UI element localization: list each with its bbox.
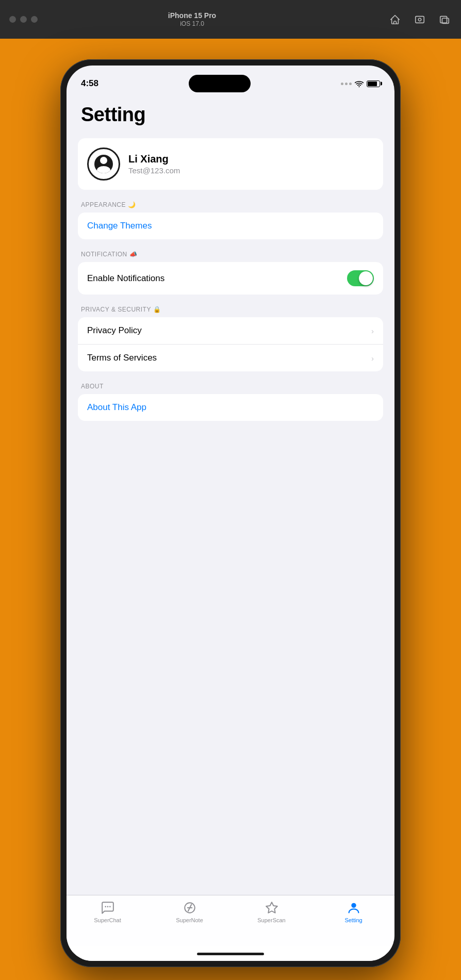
appearance-card[interactable]: Change Themes — [78, 213, 383, 239]
privacy-policy-chevron: › — [371, 326, 374, 335]
home-bar — [197, 953, 264, 955]
privacy-policy-label: Privacy Policy — [87, 325, 142, 336]
status-bar: 4:58 — [67, 66, 394, 94]
enable-notifications-row[interactable]: Enable Notifications — [78, 262, 383, 295]
terms-of-services-chevron: › — [371, 354, 374, 363]
toggle-knob — [359, 271, 373, 285]
mac-toolbar: iPhone 15 Pro iOS 17.0 — [0, 0, 461, 39]
mac-title: iPhone 15 Pro iOS 17.0 — [1, 11, 384, 28]
terms-of-services-row[interactable]: Terms of Services › — [78, 344, 383, 371]
svg-rect-2 — [440, 16, 447, 23]
change-themes-row[interactable]: Change Themes — [78, 213, 383, 239]
privacy-policy-row[interactable]: Privacy Policy › — [78, 317, 383, 344]
home-icon[interactable] — [388, 12, 402, 27]
terms-of-services-label: Terms of Services — [87, 353, 157, 363]
wifi-icon — [355, 80, 364, 87]
avatar-inner — [94, 155, 113, 173]
home-indicator — [67, 946, 394, 961]
svg-point-11 — [351, 903, 356, 908]
about-this-app-label: About This App — [87, 402, 146, 413]
phone-bezel: 4:58 — [60, 59, 401, 967]
tab-superchat[interactable]: SuperChat — [67, 901, 149, 923]
person-icon — [347, 901, 361, 915]
svg-rect-0 — [416, 16, 424, 23]
scan-icon — [265, 901, 279, 915]
svg-point-4 — [358, 86, 359, 87]
svg-point-5 — [105, 906, 106, 908]
about-card[interactable]: About This App — [78, 394, 383, 421]
about-section-label: ABOUT — [81, 383, 383, 390]
svg-point-1 — [418, 18, 421, 21]
user-name: Li Xiang — [128, 153, 180, 165]
notifications-toggle[interactable] — [347, 270, 374, 286]
privacy-card: Privacy Policy › Terms of Services › — [78, 317, 383, 371]
user-email: Test@123.com — [128, 166, 180, 175]
svg-point-6 — [107, 906, 108, 908]
supernote-label: SuperNote — [176, 917, 203, 923]
setting-tab-label: Setting — [344, 917, 362, 923]
settings-content[interactable]: Setting Li Xiang Test@123.com APPEARA — [67, 94, 394, 895]
tab-bar: SuperChat SuperNote — [67, 895, 394, 946]
orange-background: 4:58 — [0, 39, 461, 980]
privacy-section-label: PRIVACY & SECURITY 🔒 — [81, 306, 383, 313]
battery-icon — [367, 80, 380, 87]
svg-point-7 — [109, 906, 111, 908]
avatar — [87, 148, 120, 181]
mac-icons — [388, 12, 452, 27]
tab-superscan[interactable]: SuperScan — [230, 901, 312, 923]
user-card[interactable]: Li Xiang Test@123.com — [78, 138, 383, 190]
superscan-label: SuperScan — [257, 917, 285, 923]
superchat-label: SuperChat — [94, 917, 121, 923]
screenshot-icon[interactable] — [413, 12, 427, 27]
dynamic-island — [189, 75, 251, 92]
notification-card: Enable Notifications — [78, 262, 383, 295]
signal-dots — [341, 83, 352, 85]
enable-notifications-label: Enable Notifications — [87, 273, 164, 284]
chat-icon — [101, 901, 115, 915]
tab-supernote[interactable]: SuperNote — [149, 901, 230, 923]
status-icons — [341, 80, 380, 87]
notification-section-label: NOTIFICATION 📣 — [81, 251, 383, 258]
phone-screen: 4:58 — [67, 66, 394, 961]
window-icon[interactable] — [437, 12, 452, 27]
tab-setting[interactable]: Setting — [312, 901, 394, 923]
note-icon — [183, 901, 197, 915]
user-card-inner: Li Xiang Test@123.com — [78, 138, 383, 190]
page-title: Setting — [81, 104, 383, 126]
user-info: Li Xiang Test@123.com — [128, 153, 180, 175]
about-this-app-row[interactable]: About This App — [78, 394, 383, 421]
status-time: 4:58 — [81, 78, 98, 89]
appearance-section-label: APPEARANCE 🌙 — [81, 201, 383, 208]
change-themes-label: Change Themes — [87, 221, 152, 231]
